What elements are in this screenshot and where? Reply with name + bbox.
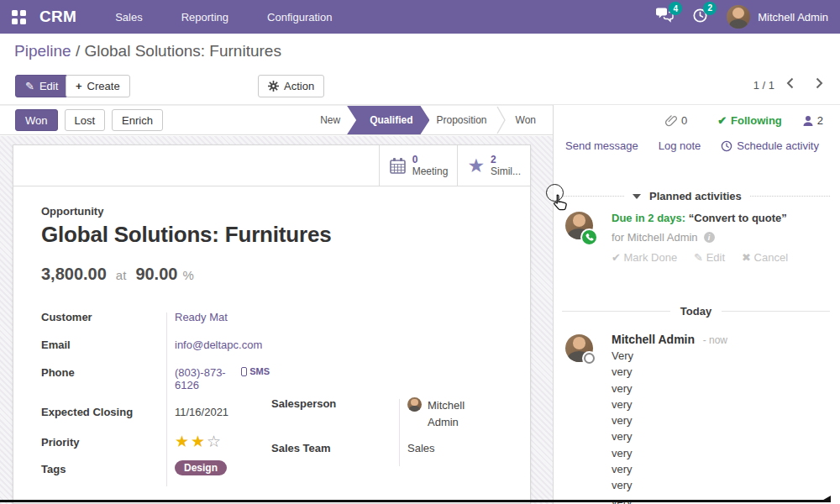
field-sales-team: Sales Team Sales bbox=[271, 442, 503, 455]
check-icon: ✔ bbox=[717, 114, 727, 127]
breadcrumb-pipeline[interactable]: Pipeline bbox=[14, 42, 71, 60]
sales-team-value[interactable]: Sales bbox=[399, 442, 435, 454]
activity-assignee: for Mitchell Admin bbox=[612, 231, 698, 244]
chatter-panel: 0 ✔ Following 2 Send message Log note Sc… bbox=[554, 105, 840, 504]
planned-activity-item: Due in 2 days: “Convert to quote” for Mi… bbox=[565, 212, 835, 264]
field-email: Email info@deltapc.com bbox=[41, 339, 270, 352]
stage-qualified-active[interactable]: Qualified bbox=[347, 106, 429, 134]
recording-progress-bar bbox=[0, 500, 830, 502]
field-phone: Phone (803)-873-6126 SMS bbox=[41, 366, 270, 391]
followers-button[interactable]: 2 bbox=[802, 114, 823, 127]
similar-count: 2 bbox=[491, 154, 521, 165]
field-group-left: Customer Ready Mat Email info@deltapc.co… bbox=[41, 311, 270, 490]
user-menu[interactable]: Mitchell Admin bbox=[727, 5, 828, 29]
send-message-button[interactable]: Send message bbox=[565, 139, 638, 152]
log-note-button[interactable]: Log note bbox=[659, 139, 701, 152]
enrich-button[interactable]: Enrich bbox=[112, 109, 163, 131]
revenue-amount: 3,800.00 bbox=[41, 265, 107, 284]
paperclip-icon bbox=[665, 114, 678, 127]
panel-divider bbox=[553, 105, 554, 504]
pager-next-icon[interactable] bbox=[816, 77, 823, 89]
chatter-message: Mitchell Admin - now Very very very very… bbox=[565, 333, 835, 504]
star-filled-icon[interactable]: ★ bbox=[175, 433, 191, 450]
divider-line bbox=[722, 311, 830, 312]
check-icon: ✔ bbox=[612, 251, 621, 264]
edit-button[interactable]: ✎ Edit bbox=[15, 75, 68, 97]
field-tags: Tags Design bbox=[41, 460, 270, 475]
email-link[interactable]: info@deltapc.com bbox=[166, 339, 262, 351]
control-panel: Pipeline / Global Solutions: Furnitures … bbox=[0, 34, 840, 105]
create-button[interactable]: + Create bbox=[66, 75, 130, 97]
priority-stars[interactable]: ★★☆ bbox=[166, 433, 223, 449]
message-body: Very very very very very very very very … bbox=[612, 348, 835, 504]
field-group-right: Salesperson Mitchell Admin Sales Team Sa… bbox=[271, 397, 503, 470]
apps-menu-icon[interactable] bbox=[12, 10, 26, 24]
top-navbar: CRM Sales Reporting Configuration 4 2 Mi… bbox=[0, 0, 840, 34]
info-icon: i bbox=[704, 232, 715, 243]
app-brand[interactable]: CRM bbox=[39, 8, 76, 26]
meetings-stat-button[interactable]: 0 Meeting bbox=[379, 145, 458, 186]
activity-edit-button[interactable]: ✎ Edit bbox=[694, 251, 725, 264]
dotted-line bbox=[750, 196, 830, 197]
record-type-label: Opportunity bbox=[41, 205, 331, 218]
probability-value: 90.00 bbox=[135, 265, 177, 284]
field-expected-closing: Expected Closing 11/16/2021 bbox=[41, 406, 270, 419]
pencil-icon: ✎ bbox=[25, 80, 34, 92]
group-separator bbox=[166, 312, 167, 486]
field-salesperson: Salesperson Mitchell Admin bbox=[271, 397, 503, 431]
breadcrumb: Pipeline / Global Solutions: Furnitures bbox=[14, 42, 281, 60]
plus-icon: + bbox=[76, 80, 82, 92]
salesperson-avatar bbox=[407, 397, 422, 412]
star-filled-icon[interactable]: ★ bbox=[191, 433, 207, 450]
today-divider: Today bbox=[562, 305, 830, 318]
menu-configuration[interactable]: Configuration bbox=[267, 11, 332, 24]
cancel-icon: ✖ bbox=[742, 251, 751, 264]
stage-won[interactable]: Won bbox=[505, 114, 547, 126]
mark-done-button[interactable]: ✔ Mark Done bbox=[612, 251, 677, 264]
stage-proposition[interactable]: Proposition bbox=[425, 114, 497, 126]
expected-revenue: 3,800.00 at 90.00 % bbox=[41, 265, 194, 284]
pencil-icon: ✎ bbox=[694, 251, 703, 264]
salesperson-link[interactable]: Mitchell Admin bbox=[428, 397, 493, 431]
field-customer: Customer Ready Mat bbox=[41, 311, 270, 324]
stage-new[interactable]: New bbox=[309, 114, 351, 126]
activity-cancel-button[interactable]: ✖ Cancel bbox=[742, 251, 788, 264]
button-box: 0 Meeting ★ 2 Simil... bbox=[13, 145, 530, 186]
person-icon bbox=[802, 115, 814, 127]
pager-previous-icon[interactable] bbox=[786, 77, 794, 89]
gear-icon bbox=[268, 81, 279, 92]
field-priority: Priority ★★☆ bbox=[41, 433, 270, 449]
calendar-icon bbox=[389, 157, 407, 175]
schedule-activity-button[interactable]: Schedule activity bbox=[721, 139, 819, 152]
messages-badge: 4 bbox=[669, 2, 682, 15]
activities-badge: 2 bbox=[703, 2, 717, 15]
star-empty-icon[interactable]: ☆ bbox=[207, 433, 223, 450]
menu-sales[interactable]: Sales bbox=[115, 11, 143, 24]
messages-button[interactable]: 4 bbox=[655, 8, 674, 26]
lost-button[interactable]: Lost bbox=[65, 109, 106, 131]
tag-design[interactable]: Design bbox=[175, 460, 227, 475]
menu-reporting[interactable]: Reporting bbox=[181, 11, 228, 24]
online-status-icon bbox=[584, 353, 595, 364]
won-button[interactable]: Won bbox=[15, 109, 58, 131]
activities-button[interactable]: 2 bbox=[692, 8, 708, 27]
dotted-line bbox=[562, 196, 624, 197]
form-sheet: 0 Meeting ★ 2 Simil... Opportunity Globa… bbox=[13, 144, 531, 504]
action-button[interactable]: Action bbox=[258, 75, 324, 97]
mobile-phone-icon bbox=[241, 367, 247, 376]
similar-leads-stat-button[interactable]: ★ 2 Simil... bbox=[457, 145, 530, 186]
customer-link[interactable]: Ready Mat bbox=[166, 311, 228, 323]
planned-activities-toggle[interactable]: Planned activities bbox=[562, 190, 830, 202]
following-button[interactable]: ✔ Following bbox=[717, 114, 782, 127]
followers-count: 2 bbox=[817, 114, 823, 127]
message-timestamp: - now bbox=[703, 334, 727, 346]
attachments-count: 0 bbox=[681, 114, 687, 127]
phone-link[interactable]: (803)-873-6126 bbox=[166, 366, 229, 391]
stage-bar: New Qualified Proposition Won bbox=[309, 106, 554, 134]
divider-line bbox=[562, 311, 670, 312]
sms-button[interactable]: SMS bbox=[241, 366, 270, 376]
attachments-button[interactable]: 0 bbox=[665, 114, 687, 127]
message-author[interactable]: Mitchell Admin bbox=[612, 333, 695, 346]
clock-icon bbox=[721, 140, 732, 152]
user-name: Mitchell Admin bbox=[758, 11, 828, 24]
